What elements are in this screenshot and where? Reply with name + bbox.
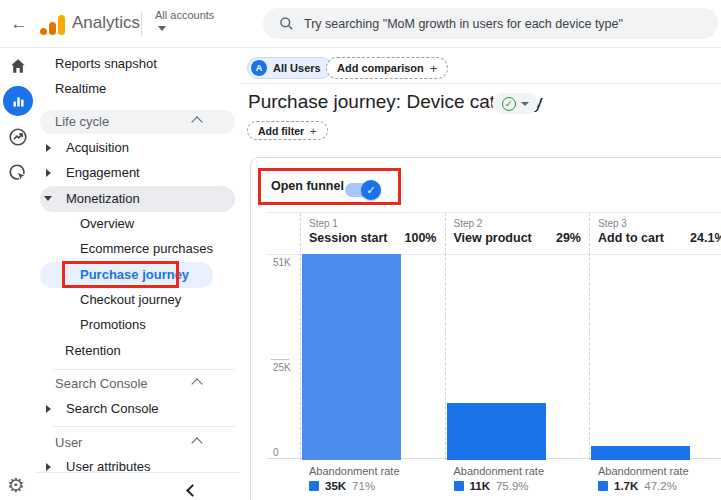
sidebar-item-promotions[interactable]: Promotions	[80, 313, 146, 337]
navigation-rail: ⚙	[0, 48, 36, 500]
legend-square-icon	[598, 481, 608, 491]
abandonment-percent: 71%	[352, 480, 375, 492]
add-comparison-button[interactable]: Add comparison +	[326, 57, 448, 79]
funnel-step-column: Step 3Add to cart24.1%Abandonment rate1.…	[589, 213, 721, 460]
expand-arrow-icon[interactable]	[46, 144, 51, 152]
add-filter-button[interactable]: Add filter +	[247, 121, 328, 140]
add-filter-label: Add filter	[258, 125, 304, 137]
sidebar-item-engagement[interactable]: Engagement	[66, 161, 140, 185]
explore-icon[interactable]	[7, 126, 29, 152]
open-funnel-toggle-knob[interactable]: ✓	[361, 180, 381, 200]
step-name: View product	[454, 231, 532, 245]
expand-arrow-icon[interactable]	[46, 463, 51, 471]
collapse-sidebar-icon[interactable]	[186, 484, 199, 497]
collapse-arrow-icon[interactable]	[44, 196, 52, 201]
caret-down-icon[interactable]	[158, 26, 166, 31]
sidebar-item-ecommerce-purchases[interactable]: Ecommerce purchases	[80, 237, 213, 261]
search-input[interactable]: Try searching "MoM growth in users for e…	[263, 8, 718, 39]
legend-square-icon	[309, 481, 319, 491]
topbar-divider	[141, 12, 142, 36]
report-status-badge[interactable]: ✓	[492, 93, 538, 114]
step-completion-rate: 24.1%	[690, 231, 721, 245]
analytics-app: ← Analytics All accounts Try searching "…	[0, 0, 721, 500]
funnel-step-column: Step 2View product29%Abandonment rate11K…	[445, 213, 590, 460]
search-placeholder: Try searching "MoM growth in users for e…	[304, 17, 623, 31]
step-name: Add to cart	[598, 231, 664, 245]
sidebar-item-retention[interactable]: Retention	[65, 339, 121, 363]
sidebar-divider	[53, 426, 235, 427]
add-comparison-label: Add comparison	[337, 62, 424, 74]
abandonment-value: 35K	[325, 480, 346, 492]
sidebar-item-reports-snapshot[interactable]: Reports snapshot	[55, 52, 157, 76]
expand-arrow-icon[interactable]	[46, 405, 51, 413]
account-switcher[interactable]: All accounts	[155, 9, 214, 21]
sidebar-item-checkout-journey[interactable]: Checkout journey	[80, 288, 181, 312]
step-number-label: Step 3	[598, 218, 721, 229]
legend-square-icon	[454, 481, 464, 491]
sidebar-item-user-attributes[interactable]: User attributes	[66, 455, 151, 479]
abandonment-percent: 47.2%	[644, 480, 677, 492]
analytics-logo-icon[interactable]	[40, 12, 66, 36]
funnel-report-card: Open funnel ✓ 51K25K0Step 1Session start…	[250, 157, 721, 500]
check-icon: ✓	[366, 184, 375, 197]
sidebar-divider	[36, 472, 240, 473]
y-axis-label: 25K	[273, 362, 291, 373]
advertising-icon[interactable]	[7, 162, 29, 188]
search-icon	[279, 16, 294, 31]
step-number-label: Step 1	[309, 218, 437, 229]
step-name: Session start	[309, 231, 388, 245]
sidebar-divider	[53, 369, 235, 370]
abandonment-rate-label: Abandonment rate	[454, 465, 586, 477]
expand-arrow-icon[interactable]	[46, 169, 51, 177]
abandonment-value: 11K	[470, 480, 490, 492]
y-axis-label: 51K	[273, 257, 291, 268]
sidebar-item-search-console[interactable]: Search Console	[66, 397, 159, 421]
step-completion-rate: 29%	[556, 231, 581, 245]
section-header-user[interactable]: User	[55, 431, 82, 455]
segment-label: All Users	[273, 62, 321, 74]
sidebar-item-overview[interactable]: Overview	[80, 212, 134, 236]
logo-bar-medium	[49, 22, 56, 35]
funnel-chart: 51K25K0Step 1Session start100%Abandonmen…	[267, 212, 721, 459]
product-name: Analytics	[72, 13, 140, 33]
caret-down-icon	[521, 102, 529, 106]
sidebar-item-acquisition[interactable]: Acquisition	[66, 136, 129, 160]
sidebar-item-realtime[interactable]: Realtime	[55, 77, 106, 101]
segment-avatar: A	[251, 60, 267, 76]
abandonment-percent: 75.9%	[496, 480, 529, 492]
abandonment-rate-label: Abandonment rate	[598, 465, 721, 477]
plus-icon: +	[430, 61, 438, 76]
content-divider	[240, 83, 721, 84]
abandonment-value: 1.7K	[614, 480, 638, 492]
chevron-up-icon[interactable]	[191, 378, 202, 389]
step-completion-rate: 100%	[405, 231, 437, 245]
reports-icon[interactable]	[3, 86, 33, 116]
funnel-bar[interactable]	[302, 254, 401, 460]
logo-bar-tall	[58, 15, 65, 35]
settings-gear-icon[interactable]: ⚙	[7, 473, 25, 497]
funnel-step-column: Step 1Session start100%Abandonment rate3…	[300, 213, 445, 460]
back-arrow-icon[interactable]: ←	[8, 13, 30, 35]
section-header-search-console[interactable]: Search Console	[55, 372, 148, 396]
y-axis-label: 0	[273, 447, 279, 458]
logo-dot	[40, 28, 47, 35]
sidebar-item-monetization[interactable]: Monetization	[66, 187, 140, 211]
all-users-segment-chip[interactable]: A All Users	[247, 57, 332, 79]
y-axis-tick	[271, 359, 289, 360]
chevron-up-icon[interactable]	[191, 437, 202, 448]
funnel-bar[interactable]	[447, 403, 546, 460]
home-icon[interactable]	[8, 56, 28, 80]
verified-check-icon: ✓	[502, 97, 516, 111]
reports-sidebar: Reports snapshot Realtime Life cycle Acq…	[36, 48, 240, 500]
funnel-bar[interactable]	[591, 446, 690, 460]
plus-icon: +	[310, 125, 316, 137]
section-header-life-cycle[interactable]: Life cycle	[55, 110, 109, 134]
abandonment-rate-label: Abandonment rate	[309, 465, 441, 477]
step-number-label: Step 2	[454, 218, 582, 229]
sidebar-item-purchase-journey[interactable]: Purchase journey	[80, 263, 189, 287]
open-funnel-label: Open funnel	[271, 179, 344, 193]
